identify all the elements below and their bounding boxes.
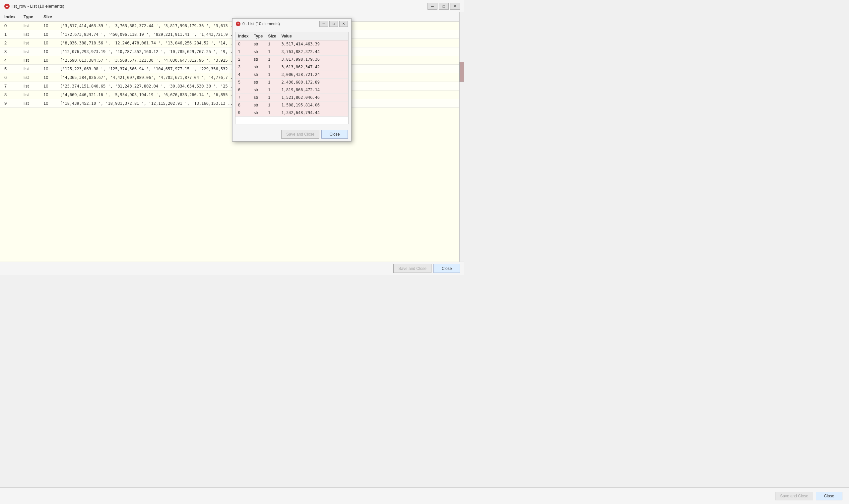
dialog-cell-type: str (251, 71, 265, 78)
cell-size: 10 (39, 56, 56, 65)
dialog-cell-size: 1 (265, 86, 278, 94)
minimize-button[interactable]: ─ (428, 3, 437, 10)
main-scrollbar[interactable] (459, 12, 464, 262)
dialog-cell-type: str (251, 63, 265, 71)
main-title-controls: ─ □ ✕ (428, 3, 460, 10)
dialog-maximize-button[interactable]: □ (329, 21, 338, 27)
dialog-cell-type: str (251, 86, 265, 94)
main-close-button[interactable]: ✕ (450, 3, 460, 10)
cell-type: list (20, 39, 39, 48)
cell-index: 9 (0, 99, 20, 108)
cell-index: 5 (0, 65, 20, 73)
col-header-size: Size (39, 12, 56, 21)
cell-index: 1 (0, 30, 20, 39)
dialog-cell-size: 1 (265, 102, 278, 109)
dialog-cell-type: str (251, 109, 265, 117)
dialog-cell-size: 1 (265, 56, 278, 63)
scrollbar-thumb[interactable] (459, 62, 464, 82)
dialog-title: 0 - List (10 elements) (242, 21, 280, 26)
main-save-close-button[interactable]: Save and Close (393, 264, 432, 273)
dialog-cell-type: str (251, 48, 265, 56)
dialog-col-header-value: Value (278, 32, 348, 40)
dialog-table-row[interactable]: 1 str 1 3,763,882,372.44 (235, 48, 348, 56)
dialog-cell-index: 1 (235, 48, 251, 56)
main-title-bar: ● list_row - List (10 elements) ─ □ ✕ (0, 0, 464, 12)
main-window-title: list_row - List (10 elements) (12, 4, 64, 8)
dialog-cell-value: 1,508,195,814.06 (278, 102, 348, 109)
dialog-cell-index: 9 (235, 109, 251, 117)
dialog-cell-size: 1 (265, 94, 278, 102)
cell-type: list (20, 91, 39, 99)
dialog-cell-size: 1 (265, 78, 278, 86)
dialog-col-header-index: Index (235, 32, 251, 40)
dialog-cell-value: 1,819,866,472.14 (278, 86, 348, 94)
dialog-table-row[interactable]: 0 str 1 3,517,414,463.39 (235, 40, 348, 48)
dialog-cell-type: str (251, 102, 265, 109)
dialog-col-header-type: Type (251, 32, 265, 40)
dialog-col-header-size: Size (265, 32, 278, 40)
dialog-cell-value: 1,342,648,794.44 (278, 109, 348, 117)
dialog-cell-size: 1 (265, 71, 278, 78)
cell-index: 3 (0, 48, 20, 56)
dialog-title-bar: ● 0 - List (10 elements) ─ □ ✕ (233, 19, 351, 29)
dialog-close-btn[interactable]: Close (321, 130, 348, 139)
dialog-cell-value: 3,763,882,372.44 (278, 48, 348, 56)
cell-size: 10 (39, 82, 56, 91)
dialog-table-row[interactable]: 9 str 1 1,342,648,794.44 (235, 109, 348, 117)
dialog-table: Index Type Size Value 0 str 1 3,517,414,… (235, 32, 348, 124)
dialog-cell-value: 3,613,862,347.42 (278, 63, 348, 71)
dialog-cell-index: 7 (235, 94, 251, 102)
dialog-cell-size: 1 (265, 48, 278, 56)
dialog-cell-size: 1 (265, 63, 278, 71)
cell-index: 4 (0, 56, 20, 65)
dialog-cell-value: 3,817,998,179.36 (278, 56, 348, 63)
dialog-table-row[interactable]: 5 str 1 2,436,680,172.89 (235, 78, 348, 86)
cell-type: list (20, 21, 39, 30)
dialog-cell-value: 1,521,862,046.46 (278, 94, 348, 102)
dialog-minimize-button[interactable]: ─ (319, 21, 328, 27)
dialog-table-row[interactable]: 6 str 1 1,819,866,472.14 (235, 86, 348, 94)
dialog-window: ● 0 - List (10 elements) ─ □ ✕ Index Typ… (232, 18, 351, 142)
dialog-cell-index: 8 (235, 102, 251, 109)
dialog-cell-value: 2,436,680,172.89 (278, 78, 348, 86)
main-bottom-bar: Save and Close Close (0, 262, 464, 275)
cell-type: list (20, 65, 39, 73)
dialog-controls: ─ □ ✕ (319, 21, 348, 27)
cell-type: list (20, 99, 39, 108)
dialog-save-close-button[interactable]: Save and Close (281, 130, 319, 139)
dialog-close-button[interactable]: ✕ (339, 21, 348, 27)
dialog-cell-size: 1 (265, 109, 278, 117)
dialog-cell-type: str (251, 40, 265, 48)
dialog-table-header: Index Type Size Value (235, 32, 348, 40)
cell-size: 10 (39, 48, 56, 56)
dialog-cell-index: 6 (235, 86, 251, 94)
dialog-table-row[interactable]: 3 str 1 3,613,862,347.42 (235, 63, 348, 71)
dialog-cell-type: str (251, 94, 265, 102)
screen-close-btn[interactable]: Close (816, 492, 842, 500)
cell-type: list (20, 73, 39, 82)
dialog-cell-index: 3 (235, 63, 251, 71)
dialog-table-row[interactable]: 8 str 1 1,508,195,814.06 (235, 102, 348, 109)
dialog-table-row[interactable]: 7 str 1 1,521,862,046.46 (235, 94, 348, 102)
cell-index: 7 (0, 82, 20, 91)
dialog-table-row[interactable]: 4 str 1 3,006,438,721.24 (235, 71, 348, 78)
dialog-table-row[interactable]: 2 str 1 3,817,998,179.36 (235, 56, 348, 63)
dialog-cell-type: str (251, 56, 265, 63)
dialog-cell-index: 0 (235, 40, 251, 48)
cell-type: list (20, 48, 39, 56)
cell-size: 10 (39, 39, 56, 48)
dialog-cell-index: 5 (235, 78, 251, 86)
dialog-cell-type: str (251, 78, 265, 86)
cell-index: 8 (0, 91, 20, 99)
cell-size: 10 (39, 99, 56, 108)
screen-save-close-button[interactable]: Save and Close (775, 492, 813, 500)
screen-bottom-bar: Save and Close Close (0, 487, 849, 504)
col-header-type: Type (20, 12, 39, 21)
cell-size: 10 (39, 91, 56, 99)
cell-size: 10 (39, 30, 56, 39)
dialog-cell-index: 4 (235, 71, 251, 78)
maximize-button[interactable]: □ (439, 3, 449, 10)
dialog-table-container: Index Type Size Value 0 str 1 3,517,414,… (235, 32, 348, 124)
main-close-btn[interactable]: Close (433, 264, 460, 273)
cell-size: 10 (39, 73, 56, 82)
